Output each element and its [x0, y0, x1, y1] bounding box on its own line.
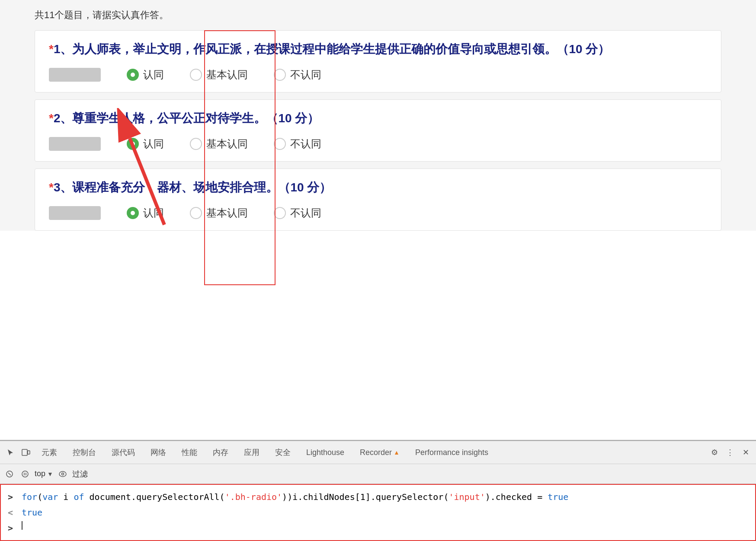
- question-title-2: *2、尊重学生人格，公平公正对待学生。（10 分）: [49, 110, 707, 127]
- more-icon-btn[interactable]: ⋮: [723, 446, 737, 459]
- radio-option-3-2[interactable]: 不认同: [274, 206, 321, 220]
- radio-circle-2-0[interactable]: [127, 138, 139, 150]
- tab-sources[interactable]: 源代码: [105, 445, 142, 460]
- tab-network[interactable]: 网络: [144, 445, 173, 460]
- svg-point-10: [61, 473, 64, 475]
- tab-performance-insights[interactable]: Performance insights: [408, 446, 495, 460]
- radio-label-2-1: 基本认同: [206, 137, 248, 151]
- console-toolbar: top ▼ 过滤: [0, 464, 756, 484]
- top-notice: 共11个题目，请据实认真作答。: [35, 4, 721, 30]
- radio-option-2-0[interactable]: 认同: [127, 137, 164, 151]
- avatar-3: [49, 206, 101, 220]
- close-icon-btn[interactable]: ✕: [739, 446, 753, 459]
- settings-icon-btn[interactable]: ⚙: [708, 446, 721, 459]
- radio-label-3-1: 基本认同: [206, 206, 248, 220]
- console-result: true: [22, 506, 42, 519]
- clear-console-btn[interactable]: [3, 468, 16, 480]
- radio-label-1-1: 基本认同: [206, 68, 248, 82]
- radio-option-1-1[interactable]: 基本认同: [190, 68, 248, 82]
- svg-rect-3: [28, 451, 30, 454]
- avatar-2: [49, 137, 101, 151]
- devtools-panel: 元素 控制台 源代码 网络 性能 内存 应用 安全 Lighthouse Rec…: [0, 440, 756, 541]
- svg-rect-2: [22, 449, 27, 455]
- cursor-icon-btn[interactable]: [3, 446, 17, 459]
- avatar-1: [49, 68, 101, 82]
- tab-lighthouse[interactable]: Lighthouse: [299, 446, 351, 460]
- radio-circle-3-2[interactable]: [274, 207, 286, 219]
- console-code: for(var i of document.querySelectorAll('…: [22, 490, 568, 504]
- radio-circle-2-2[interactable]: [274, 138, 286, 150]
- context-selector[interactable]: top ▼: [35, 469, 53, 478]
- recorder-badge: ▲: [394, 449, 400, 456]
- radio-circle-1-2[interactable]: [274, 69, 286, 81]
- question-card-2: *2、尊重学生人格，公平公正对待学生。（10 分） 认同 基本认同 不认同: [35, 99, 721, 162]
- radio-label-2-2: 不认同: [290, 137, 321, 151]
- questions-wrapper: *1、为人师表，举止文明，作风正派，在授课过程中能给学生提供正确的价值导向或思想…: [35, 30, 721, 231]
- tab-performance[interactable]: 性能: [175, 445, 204, 460]
- radio-option-2-1[interactable]: 基本认同: [190, 137, 248, 151]
- radio-option-3-1[interactable]: 基本认同: [190, 206, 248, 220]
- devtools-tabbar: 元素 控制台 源代码 网络 性能 内存 应用 安全 Lighthouse Rec…: [0, 441, 756, 464]
- question-title-3: *3、课程准备充分，器材、场地安排合理。（10 分）: [49, 179, 707, 196]
- prompt-out: <: [8, 506, 16, 519]
- cursor-blink: [22, 521, 22, 530]
- console-output: > for(var i of document.querySelectorAll…: [0, 484, 756, 541]
- eye-icon-btn[interactable]: [57, 468, 69, 480]
- radio-circle-3-1[interactable]: [190, 207, 202, 219]
- question-card-3: *3、课程准备充分，器材、场地安排合理。（10 分） 认同 基本认同 不认同: [35, 169, 721, 231]
- svg-line-5: [8, 473, 11, 475]
- tab-recorder[interactable]: Recorder ▲: [353, 446, 407, 460]
- radio-option-3-0[interactable]: 认同: [127, 206, 164, 220]
- prompt-cursor: >: [8, 521, 16, 535]
- radio-label-3-2: 不认同: [290, 206, 321, 220]
- svg-point-6: [22, 471, 28, 477]
- radio-circle-2-1[interactable]: [190, 138, 202, 150]
- question-options-row-3: 认同 基本认同 不认同: [49, 206, 707, 220]
- tab-application[interactable]: 应用: [237, 445, 266, 460]
- svg-point-9: [59, 471, 66, 477]
- question-options-row-1: 认同 基本认同 不认同: [49, 68, 707, 82]
- dropdown-chevron-icon: ▼: [47, 471, 53, 477]
- radio-option-1-0[interactable]: 认同: [127, 68, 164, 82]
- main-content: 共11个题目，请据实认真作答。 *1、为人师表，举止文明，作风正派，在授课过程中…: [0, 0, 756, 231]
- tab-memory[interactable]: 内存: [206, 445, 235, 460]
- radio-circle-1-0[interactable]: [127, 69, 139, 81]
- filter-label: 过滤: [72, 469, 88, 479]
- question-card-1: *1、为人师表，举止文明，作风正派，在授课过程中能给学生提供正确的价值导向或思想…: [35, 30, 721, 92]
- question-options-row-2: 认同 基本认同 不认同: [49, 137, 707, 151]
- top-label: top: [35, 469, 45, 478]
- prompt-in: >: [8, 490, 16, 504]
- tab-console[interactable]: 控制台: [66, 445, 103, 460]
- device-icon-btn[interactable]: [19, 446, 33, 459]
- question-title-1: *1、为人师表，举止文明，作风正派，在授课过程中能给学生提供正确的价值导向或思想…: [49, 41, 707, 57]
- console-cursor-line[interactable]: >: [8, 521, 748, 535]
- radio-label-1-0: 认同: [143, 68, 164, 82]
- pause-btn[interactable]: [19, 468, 31, 480]
- radio-label-2-0: 认同: [143, 137, 164, 151]
- radio-option-2-2[interactable]: 不认同: [274, 137, 321, 151]
- tab-elements[interactable]: 元素: [35, 445, 64, 460]
- radio-option-1-2[interactable]: 不认同: [274, 68, 321, 82]
- radio-label-1-2: 不认同: [290, 68, 321, 82]
- console-output-line: < true: [8, 506, 748, 519]
- tab-security[interactable]: 安全: [268, 445, 298, 460]
- radio-circle-3-0[interactable]: [127, 207, 139, 219]
- console-input-line: > for(var i of document.querySelectorAll…: [8, 490, 748, 504]
- radio-circle-1-1[interactable]: [190, 69, 202, 81]
- radio-label-3-0: 认同: [143, 206, 164, 220]
